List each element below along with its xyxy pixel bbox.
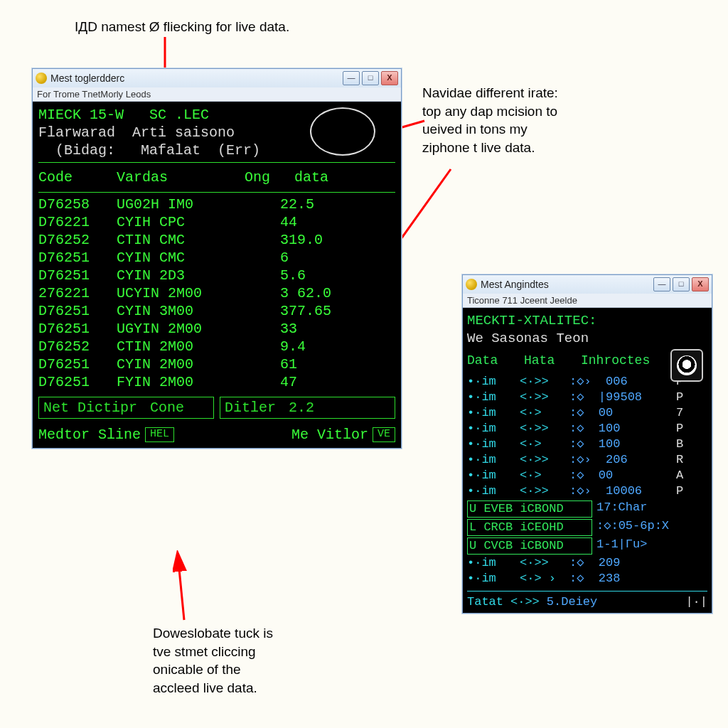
maximize-button[interactable]: □ [362,71,379,85]
minimize-button[interactable]: — [653,277,670,291]
footer-value: 5.Deiey [547,594,597,610]
terminal-area[interactable]: MIECK 15-W SC .LEC Flarwarad Arti saison… [33,102,401,448]
table-row[interactable]: D76251CYIN 3M00377.65 [38,302,395,320]
footer-row: Tatat <·>> 5.Deiey |·| [467,591,707,610]
window-title: Mest Angindtes [481,279,549,290]
menubar[interactable]: For Trome TnetMorly Leods [33,87,401,102]
data-rows: •·im<·>>:◇› 006P•·im<·>>:◇ |99508P•·im<·… [467,374,707,500]
window-main: Mest toglerdderc — □ X For Trome TnetMor… [32,68,402,449]
table-row[interactable]: D76251CYIN 2D35.6 [38,267,395,284]
table-row[interactable]: •·im<·>>:◇ 209 [467,555,707,571]
table-row[interactable]: •·im<·>:◇ 00A [467,468,707,483]
table-row[interactable]: D76251UGYIN 2M0033 [38,320,395,338]
table-row[interactable]: •·im<·>:◇ 007 [467,405,707,421]
table-row[interactable]: D76221CYIH CPC44 [38,213,395,231]
data-rows: D76258UG02H IM022.5D76221CYIH CPC44D7625… [38,196,395,391]
menu-items[interactable]: For Trome TnetMorly Leods [37,89,151,100]
footer-row: Medtor Sline HEL Me Vitlor VE [38,426,395,444]
status-row: L CRCB iCEOHD:◇:05-6p:X [467,518,707,537]
ellipse-marker [310,107,375,156]
table-row[interactable]: 276221UCYIN 2M003 62.0 [38,284,395,302]
terminal-area[interactable]: MECKTI-XTALITEC: We Sasonas Teon Data Ha… [463,308,712,613]
table-row[interactable]: •·im<·>>:◇› 206R [467,452,707,468]
window-secondary: Mest Angindtes — □ X Ticonne 711 Jceent … [462,274,712,614]
table-row[interactable]: D76251CYIN CMC6 [38,249,395,267]
table-row[interactable]: D76252CTIN 2M009.4 [38,338,395,355]
window-title: Mest toglerdderc [50,73,124,84]
status-row: U EVEB iCBOND17:Char [467,500,707,518]
table-row[interactable]: D76252CTIN CMC319.0 [38,231,395,249]
box-right[interactable]: Ditler2.2 [220,397,395,419]
header-line-2: We Sasonas Teon [467,330,707,348]
annotation-top: IДD namest Ø fliecking for live data. [75,18,289,36]
close-button[interactable]: X [381,71,398,85]
minimize-button[interactable]: — [343,71,360,85]
titlebar[interactable]: Mest toglerdderc — □ X [33,69,401,87]
footer-right-button[interactable]: VE [373,427,395,442]
titlebar[interactable]: Mest Angindtes — □ X [463,275,712,294]
table-row[interactable]: D76251FYIN 2M0047 [38,373,395,391]
app-icon [466,279,477,290]
header-line-1: MECKTI-XTALITEC: [467,312,707,330]
svg-line-3 [178,555,184,620]
annotation-right: Navidae different irate: top any dap mci… [422,84,558,157]
footer-left-button[interactable]: HEL [145,427,174,442]
table-row[interactable]: •·im<·> ›:◇ 238 [467,571,707,587]
table-row[interactable]: •·im<·>>:◇ |99508P [467,390,707,405]
footer-right-label: Me Vitlor [291,426,368,444]
data-rows-2: •·im<·>>:◇ 209•·im<·> ›:◇ 238 [467,555,707,587]
footer-indicator: |·| [685,594,707,610]
table-row[interactable]: D76251CYIN 2M0061 [38,355,395,373]
badge-icon [670,349,703,382]
table-row[interactable]: •·im<·>:◇ 100B [467,437,707,452]
footer-left-label: Medtor Sline [38,426,141,444]
table-row[interactable]: D76258UG02H IM022.5 [38,196,395,213]
menu-items[interactable]: Ticonne 711 Jceent Jeelde [467,295,577,306]
footer-label: Tatat [467,594,503,610]
box-left[interactable]: Net DictiprCone [38,397,214,419]
status-rows: U EVEB iCBOND17:CharL CRCB iCEOHD:◇:05-6… [467,500,707,555]
close-button[interactable]: X [692,277,709,291]
status-row: U CVCB iCBOND1-1|Гu> [467,537,707,555]
footer-sym: <·>> [510,594,540,610]
table-row[interactable]: •·im<·>>:◇› 10006P [467,483,707,499]
annotation-bottom: Doweslobate tuck is tve stmet cliccing o… [153,624,273,697]
column-headers: Code Vardas Ong data [38,166,395,189]
menubar[interactable]: Ticonne 711 Jceent Jeelde [463,294,712,308]
divider [38,192,395,193]
summary-boxes: Net DictiprCone Ditler2.2 [38,397,395,419]
divider [38,162,395,163]
app-icon [36,73,47,84]
table-row[interactable]: •·im<·>>:◇ 100P [467,421,707,437]
maximize-button[interactable]: □ [673,277,690,291]
